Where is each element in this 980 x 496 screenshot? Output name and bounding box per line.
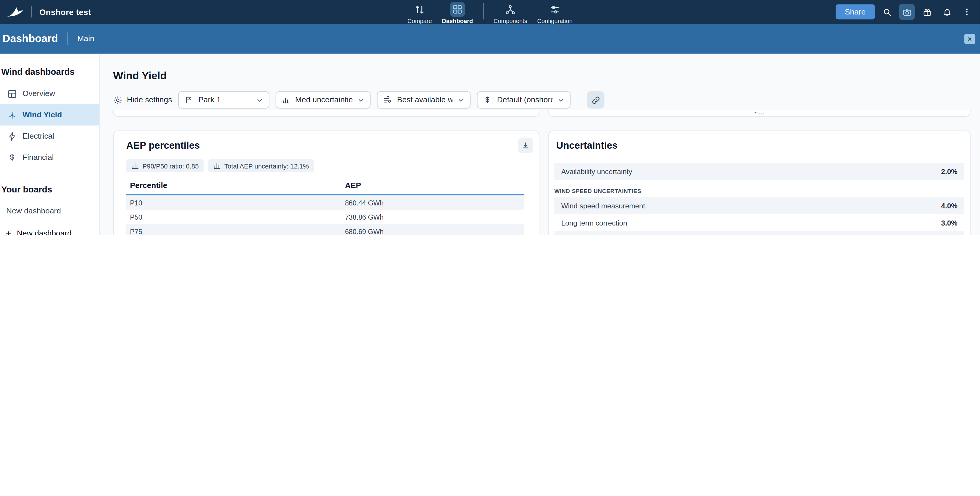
topnav-item-configuration[interactable]: Configuration <box>537 0 573 24</box>
financial-config-select-value: Default (onshore) <box>497 95 553 105</box>
stat-badge: Total AEP uncertainty: 12.1% <box>208 159 313 172</box>
wind-yield-icon <box>7 110 17 120</box>
uncertainty-value: 4.0% <box>941 202 958 209</box>
gear-icon <box>113 95 123 105</box>
screenshot-button[interactable] <box>899 4 915 20</box>
cell-percentile: P75 <box>126 228 342 235</box>
wind-dataset-select-value: Best available wi... <box>397 95 453 105</box>
topnav-label-compare: Compare <box>407 17 432 24</box>
wind-dataset-select[interactable]: Best available wi... <box>377 91 471 108</box>
app-root: Onshore test CompareDashboardComponentsC… <box>0 0 980 235</box>
topnav-item-components[interactable]: Components <box>493 0 527 24</box>
cell-aep: 680.69 GWh <box>341 228 524 235</box>
sidebar-item-electrical[interactable]: Electrical <box>0 126 99 147</box>
table-body: P10860.44 GWhP50738.86 GWhP75680.69 GWhP… <box>126 195 524 235</box>
breadcrumb-divider <box>67 33 68 45</box>
breadcrumb-tab-main[interactable]: Main <box>77 34 94 43</box>
download-icon <box>521 141 530 150</box>
table-header-cell: AEP <box>341 179 524 194</box>
topnav-label-configuration: Configuration <box>537 17 573 24</box>
search-button[interactable] <box>879 4 895 20</box>
topnav-divider <box>483 3 484 19</box>
uncertainty-value: 2.0% <box>941 168 958 175</box>
badge-label: Total AEP uncertainty: 12.1% <box>224 162 309 170</box>
breadcrumb-bar: Dashboard Main <box>0 24 980 54</box>
dashboard-icon <box>450 2 465 17</box>
table-row: P50738.86 GWh <box>126 210 524 224</box>
more-button[interactable] <box>959 4 975 20</box>
sidebar-boards-title: Your boards <box>0 168 99 201</box>
uncertainty-section-header: WIND SPEED UNCERTAINTIES <box>555 180 965 197</box>
table-header-row: PercentileAEP <box>126 179 524 195</box>
chevron-down-icon <box>256 97 263 103</box>
compare-icon <box>412 2 427 17</box>
overview-icon <box>7 89 17 98</box>
sidebar-item-label: Financial <box>22 153 54 162</box>
hide-settings-label: Hide settings <box>127 95 172 105</box>
bars-icon <box>131 162 139 170</box>
cell-aep: 860.44 GWh <box>341 199 524 206</box>
table-row: P75680.69 GWh <box>126 224 524 235</box>
search-icon <box>882 7 891 17</box>
financial-icon <box>7 152 17 162</box>
uncertainty-row: Wind speed measurement4.0% <box>555 197 965 214</box>
topbar-actions: Share <box>835 0 975 24</box>
hide-settings-button[interactable]: Hide settings <box>113 95 172 105</box>
topnav-item-compare[interactable]: Compare <box>407 0 432 24</box>
uncertainties-card: Uncertainties Availability uncertainty2.… <box>548 130 970 235</box>
sidebar-item-financial[interactable]: Financial <box>0 147 99 168</box>
table-header-cell: Percentile <box>126 179 342 194</box>
aep-percentiles-title: AEP percentiles <box>126 140 200 151</box>
partial-card-left <box>113 110 539 117</box>
notifications-button[interactable] <box>939 4 955 20</box>
partial-card-text: - ... <box>549 108 970 115</box>
link-icon <box>591 95 601 105</box>
uncertainty-label: Availability uncertainty <box>561 168 632 175</box>
partial-card-right: - ... <box>548 110 970 117</box>
uncertainties-rows: Availability uncertainty2.0%WIND SPEED U… <box>555 163 965 235</box>
uncertainty-select[interactable]: Med uncertainties <box>276 91 371 108</box>
uncertainty-label: Wind speed measurement <box>561 202 645 209</box>
sidebar: Wind dashboards OverviewWind YieldElectr… <box>0 54 100 235</box>
park-select[interactable]: Park 1 <box>178 91 270 108</box>
page-title: Wind Yield <box>113 70 167 82</box>
badge-label: P90/P50 ratio: 0.85 <box>143 162 199 170</box>
new-dashboard-button[interactable]: New dashboard <box>0 220 99 235</box>
app-logo-icon[interactable] <box>6 6 24 18</box>
topnav-label-components: Components <box>493 17 527 24</box>
settings-row: Hide settings Park 1Med uncertaintiesBes… <box>113 91 605 108</box>
table-row: P10860.44 GWh <box>126 195 524 210</box>
sidebar-section-title: Wind dashboards <box>0 54 99 83</box>
app-title: Onshore test <box>39 7 91 17</box>
bell-icon <box>942 7 951 17</box>
sidebar-item-wind-yield[interactable]: Wind Yield <box>0 105 99 126</box>
sidebar-item-label: Wind Yield <box>22 111 62 119</box>
download-aep-percentiles-button[interactable] <box>518 138 533 153</box>
cell-percentile: P10 <box>126 199 342 206</box>
flag-icon <box>185 95 194 105</box>
sidebar-item-overview[interactable]: Overview <box>0 83 99 105</box>
uncertainty-value: 3.0% <box>941 219 958 226</box>
aep-percentiles-table: PercentileAEP P10860.44 GWhP50738.86 GWh… <box>126 179 524 235</box>
configuration-icon <box>547 2 563 17</box>
whats-new-button[interactable] <box>919 4 935 20</box>
breadcrumb-title: Dashboard <box>2 33 58 45</box>
aep-percentiles-card: AEP percentiles P90/P50 ratio: 0.85Total… <box>113 130 539 235</box>
topbar-divider <box>31 6 32 17</box>
uncertainty-row: Horizontal extrapolation2.0% <box>555 231 965 235</box>
share-button[interactable]: Share <box>835 5 875 19</box>
copy-link-button[interactable] <box>587 91 605 108</box>
aep-badges: P90/P50 ratio: 0.85Total AEP uncertainty… <box>126 159 314 172</box>
cell-percentile: P50 <box>126 213 342 220</box>
uncertainty-row: Long term correction3.0% <box>555 214 965 231</box>
close-panel-button[interactable] <box>964 33 975 44</box>
filters: Park 1Med uncertaintiesBest available wi… <box>178 91 571 108</box>
uncertainty-row: Availability uncertainty2.0% <box>555 163 965 180</box>
financial-config-select[interactable]: Default (onshore) <box>477 91 571 108</box>
topbar: Onshore test CompareDashboardComponentsC… <box>0 0 980 24</box>
screenshot-icon <box>902 7 912 17</box>
sidebar-item-label: Overview <box>22 89 55 98</box>
topnav-item-dashboard[interactable]: Dashboard <box>442 0 473 24</box>
chevron-down-icon <box>358 97 364 103</box>
board-item[interactable]: New dashboard <box>0 201 99 220</box>
